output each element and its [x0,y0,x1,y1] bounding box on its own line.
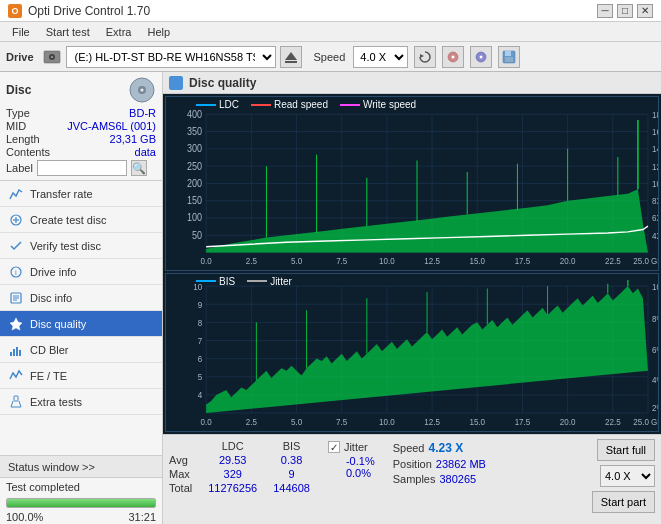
svg-rect-12 [505,57,513,62]
col-ldc: LDC [200,439,265,453]
jitter-label: Jitter [344,441,368,453]
status-window-button[interactable]: Status window >> [0,456,162,478]
top-chart: LDC Read speed Write speed [165,96,659,271]
svg-text:20.0: 20.0 [560,416,576,427]
svg-text:12.5: 12.5 [424,416,440,427]
svg-text:25.0 GB: 25.0 GB [633,256,658,267]
menu-file[interactable]: File [4,24,38,40]
refresh-button[interactable] [414,46,436,68]
stats-row-avg: Avg 29.53 0.38 [169,453,318,467]
start-part-button[interactable]: Start part [592,491,655,513]
svg-rect-26 [10,352,12,356]
speed-dropdown[interactable]: 4.0 X [600,465,655,487]
svg-text:20.0: 20.0 [560,256,576,267]
svg-text:22.5: 22.5 [605,416,621,427]
svg-text:12X: 12X [652,161,658,172]
panel-title-bar: Disc quality [163,72,661,94]
mid-val: JVC-AMS6L (001) [67,120,156,132]
minimize-button[interactable]: ─ [597,4,613,18]
disc-section-label: Disc [6,83,31,97]
svg-text:22.5: 22.5 [605,256,621,267]
svg-rect-11 [505,51,511,56]
app-icon: O [8,4,22,18]
fe-te-icon [8,368,24,384]
svg-rect-27 [13,349,15,356]
title-bar-left: O Opti Drive Control 1.70 [8,4,150,18]
nav-create-test-disc[interactable]: Create test disc [0,207,162,233]
total-ldc: 11276256 [200,481,265,495]
disc-type-row: Type BD-R [6,107,156,119]
extra-tests-icon [8,394,24,410]
nav-drive-info[interactable]: i Drive info [0,259,162,285]
nav-disc-quality[interactable]: Disc quality [0,311,162,337]
jitter-checkbox[interactable]: ✓ [328,441,340,453]
panel-title: Disc quality [189,76,256,90]
maximize-button[interactable]: □ [617,4,633,18]
svg-text:i: i [15,268,17,277]
label-search-button[interactable]: 🔍 [131,160,147,176]
position-label: Position [393,458,432,470]
drive-select[interactable]: (E:) HL-DT-ST BD-RE WH16NS58 TST4 [66,46,276,68]
create-test-disc-icon [8,212,24,228]
svg-point-9 [480,55,483,58]
charts-area: LDC Read speed Write speed [163,94,661,434]
bottom-chart-svg: 10 9 8 7 6 5 4 10% 8% 6% 4% 2% 0.0 2.5 [166,274,658,431]
max-label: Max [169,467,200,481]
svg-text:9: 9 [198,299,203,310]
nav-transfer-rate[interactable]: Transfer rate [0,181,162,207]
svg-text:0.0: 0.0 [201,256,212,267]
svg-point-7 [452,55,455,58]
nav-fe-te[interactable]: FE / TE [0,363,162,389]
menu-start-test[interactable]: Start test [38,24,98,40]
cd-bler-icon [8,342,24,358]
svg-text:0.0: 0.0 [201,416,212,427]
svg-text:300: 300 [187,143,203,155]
panel-icon [169,76,183,90]
app-title: Opti Drive Control 1.70 [28,4,150,18]
avg-ldc: 29.53 [200,453,265,467]
nav-list: Transfer rate Create test disc Verify te… [0,181,162,415]
disc-label-row: Label 🔍 [6,160,156,176]
col-bis: BIS [265,439,318,453]
label-input[interactable] [37,160,127,176]
nav-verify-test-disc[interactable]: Verify test disc [0,233,162,259]
nav-cd-bler[interactable]: CD Bler [0,337,162,363]
jitter-section: ✓ Jitter -0.1% 0.0% [328,439,375,513]
svg-text:15.0: 15.0 [469,256,485,267]
svg-text:7.5: 7.5 [336,256,347,267]
save-button[interactable] [498,46,520,68]
sidebar: Disc Type BD-R MID JVC-AMS6L (001) Lengt… [0,72,163,524]
avg-label: Avg [169,453,200,467]
content-area: Disc quality LDC Read speed Wr [163,72,661,524]
menu-extra[interactable]: Extra [98,24,140,40]
stats-row-max: Max 329 9 [169,467,318,481]
jitter-max: 0.0% [346,467,375,479]
svg-point-2 [51,56,53,58]
speed-position-section: Speed 4.23 X Position 23862 MB Samples 3… [393,439,486,513]
window-controls: ─ □ ✕ [597,4,653,18]
svg-text:17.5: 17.5 [515,256,531,267]
type-val: BD-R [129,107,156,119]
main-content: Disc Type BD-R MID JVC-AMS6L (001) Lengt… [0,72,661,524]
settings-button[interactable] [470,46,492,68]
menu-help[interactable]: Help [139,24,178,40]
svg-text:8: 8 [198,317,203,328]
drive-info-icon: i [8,264,24,280]
svg-text:2.5: 2.5 [246,256,257,267]
svg-text:14X: 14X [652,144,658,155]
speed-select[interactable]: 4.0 X 1.0 X 2.0 X 8.0 X [353,46,408,68]
svg-text:2%: 2% [652,402,658,413]
elapsed-time: 31:21 [128,511,156,523]
length-key: Length [6,133,40,145]
eject-button[interactable] [280,46,302,68]
close-button[interactable]: ✕ [637,4,653,18]
nav-extra-tests[interactable]: Extra tests [0,389,162,415]
svg-marker-3 [285,52,297,60]
nav-disc-info[interactable]: Disc info [0,285,162,311]
drive-label: Drive [6,51,34,63]
disc-quality-icon [8,316,24,332]
transfer-rate-icon [8,186,24,202]
length-val: 23,31 GB [110,133,156,145]
disc-button[interactable] [442,46,464,68]
start-full-button[interactable]: Start full [597,439,655,461]
